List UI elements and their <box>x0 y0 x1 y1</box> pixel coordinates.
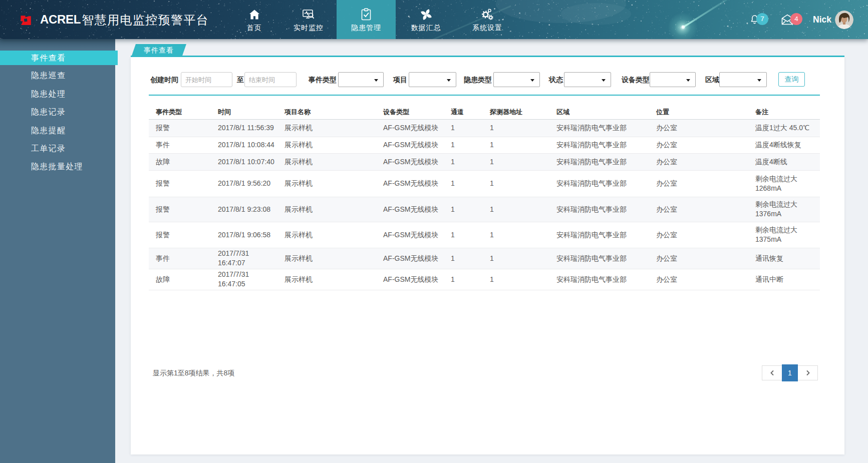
col-time: 时间 <box>211 106 277 119</box>
avatar[interactable] <box>835 11 853 29</box>
table-row[interactable]: 报警2017/8/1 11:56:39展示样机AF-GSM无线模块11安科瑞消防… <box>149 119 820 137</box>
table-cell: 安科瑞消防电气事业部 <box>549 119 649 137</box>
table-cell: 1 <box>483 269 549 290</box>
table-cell: 1 <box>444 153 483 170</box>
tab-event-view[interactable]: 事件查看 <box>131 44 186 57</box>
col-area: 区域 <box>549 106 649 119</box>
table-cell: 办公室 <box>649 248 748 269</box>
table-row[interactable]: 报警2017/8/1 9:23:08展示样机AF-GSM无线模块11安科瑞消防电… <box>149 197 820 222</box>
table-row[interactable]: 报警2017/8/1 9:56:20展示样机AF-GSM无线模块11安科瑞消防电… <box>149 170 820 197</box>
table-cell: 1 <box>483 197 549 222</box>
table-row[interactable]: 事件2017/8/1 10:08:44展示样机AF-GSM无线模块11安科瑞消防… <box>149 137 820 153</box>
table-cell: 办公室 <box>649 197 748 222</box>
events-table-wrap: 事件类型 时间 项目名称 设备类型 通道 探测器地址 区域 位置 备注 报警20… <box>149 96 820 290</box>
table-cell: 展示样机 <box>277 269 376 290</box>
nav-item-realtime-monitor[interactable]: 实时监控 <box>280 0 337 39</box>
table-cell: AF-GSM无线模块 <box>376 222 444 248</box>
filter-bar: 创建时间 至 事件类型 项目 隐患类型 状态 设备类型 区域 查询 <box>149 72 820 87</box>
to-label: 至 <box>237 72 244 87</box>
table-cell: 1 <box>444 170 483 197</box>
col-event-type: 事件类型 <box>149 106 211 119</box>
project-select[interactable] <box>409 72 456 87</box>
table-cell: 办公室 <box>649 119 748 137</box>
table-cell: 1 <box>483 248 549 269</box>
comet-head <box>682 26 685 29</box>
table-row[interactable]: 报警2017/8/1 9:06:58展示样机AF-GSM无线模块11安科瑞消防电… <box>149 222 820 248</box>
col-device-type: 设备类型 <box>376 106 444 119</box>
page-1-button[interactable]: 1 <box>782 364 798 381</box>
table-cell: 温度4断线恢复 <box>748 137 820 153</box>
table-cell: 安科瑞消防电气事业部 <box>549 170 649 197</box>
sidebar-item-event-view[interactable]: 事件查看 <box>0 51 118 65</box>
table-cell: AF-GSM无线模块 <box>376 197 444 222</box>
status-select[interactable] <box>564 72 611 87</box>
table-cell: 1 <box>444 197 483 222</box>
table-cell: AF-GSM无线模块 <box>376 119 444 137</box>
table-cell: 2017/8/1 9:23:08 <box>211 197 277 222</box>
notifications-mail[interactable]: 4 <box>781 14 802 25</box>
table-cell: 展示样机 <box>277 137 376 153</box>
table-cell: 2017/7/31 16:47:07 <box>211 248 277 269</box>
mail-badge: 4 <box>790 13 802 25</box>
area-select[interactable] <box>719 72 767 87</box>
pagination: 1 <box>762 365 818 380</box>
search-button[interactable]: 查询 <box>778 72 805 87</box>
home-icon <box>248 8 260 21</box>
table-cell: 事件 <box>149 248 211 269</box>
nav-item-system-settings[interactable]: 系统设置 <box>456 0 518 39</box>
nav-item-data-summary[interactable]: 数据汇总 <box>396 0 456 39</box>
end-time-input[interactable] <box>244 72 297 87</box>
sidebar-item-workorder-record[interactable]: 工单记录 <box>0 140 115 158</box>
col-detector-address: 探测器地址 <box>483 106 549 119</box>
next-page-button[interactable] <box>798 365 818 380</box>
results-summary: 显示第1至8项结果，共8项 <box>153 369 234 378</box>
brand: ACREL 智慧用电监控预警平台 <box>20 0 209 39</box>
table-cell: 1 <box>483 170 549 197</box>
table-cell: 温度1过大 45.0℃ <box>748 119 820 137</box>
sidebar-item-danger-batch[interactable]: 隐患批量处理 <box>0 158 115 176</box>
table-cell: 2017/8/1 10:07:40 <box>211 153 277 170</box>
chevron-left-icon <box>770 370 774 376</box>
sidebar-item-danger-patrol[interactable]: 隐患巡查 <box>0 67 115 85</box>
event-type-label: 事件类型 <box>309 72 337 87</box>
area-label: 区域 <box>705 72 719 87</box>
table-cell: AF-GSM无线模块 <box>376 170 444 197</box>
main-nav: 首页 实时监控 <box>228 0 518 39</box>
table-cell: 报警 <box>149 222 211 248</box>
sidebar-item-danger-record[interactable]: 隐患记录 <box>0 103 115 121</box>
nav-item-home[interactable]: 首页 <box>228 0 280 39</box>
table-row[interactable]: 事件2017/7/31 16:47:07展示样机AF-GSM无线模块11安科瑞消… <box>149 248 820 269</box>
table-row[interactable]: 故障2017/7/31 16:47:05展示样机AF-GSM无线模块11安科瑞消… <box>149 269 820 290</box>
nav-item-danger-management[interactable]: 隐患管理 <box>337 0 396 39</box>
table-cell: 报警 <box>149 119 211 137</box>
content-card: 创建时间 至 事件类型 项目 隐患类型 状态 设备类型 区域 查询 <box>131 57 844 454</box>
table-row[interactable]: 故障2017/8/1 10:07:40展示样机AF-GSM无线模块11安科瑞消防… <box>149 153 820 170</box>
col-remark: 备注 <box>748 106 820 119</box>
table-cell: 2017/8/1 9:56:20 <box>211 170 277 197</box>
prev-page-button[interactable] <box>762 365 782 380</box>
table-cell: 办公室 <box>649 153 748 170</box>
table-cell: 展示样机 <box>277 222 376 248</box>
notifications-bell[interactable]: 7 <box>749 14 768 26</box>
sidebar-item-danger-handle[interactable]: 隐患处理 <box>0 85 115 103</box>
table-cell: 报警 <box>149 170 211 197</box>
sidebar-menu: 事件查看 隐患巡查 隐患处理 隐患记录 隐患提醒 工单记录 隐患批量处理 <box>0 49 115 176</box>
status-label: 状态 <box>549 72 563 87</box>
table-cell: 温度4断线 <box>748 153 820 170</box>
device-type-select[interactable] <box>650 72 696 87</box>
table-cell: 故障 <box>149 153 211 170</box>
table-cell: 办公室 <box>649 222 748 248</box>
clipboard-check-icon <box>360 8 372 21</box>
table-cell: 2017/8/1 11:56:39 <box>211 119 277 137</box>
danger-type-select[interactable] <box>493 72 540 87</box>
table-cell: AF-GSM无线模块 <box>376 137 444 153</box>
start-time-input[interactable] <box>181 72 232 87</box>
user-name[interactable]: Nick <box>813 15 831 25</box>
table-cell: 安科瑞消防电气事业部 <box>549 153 649 170</box>
event-type-select[interactable] <box>338 72 384 87</box>
table-cell: 办公室 <box>649 137 748 153</box>
table-cell: AF-GSM无线模块 <box>376 248 444 269</box>
table-cell: 办公室 <box>649 269 748 290</box>
sidebar-item-danger-remind[interactable]: 隐患提醒 <box>0 122 115 140</box>
table-cell: 2017/8/1 10:08:44 <box>211 137 277 153</box>
